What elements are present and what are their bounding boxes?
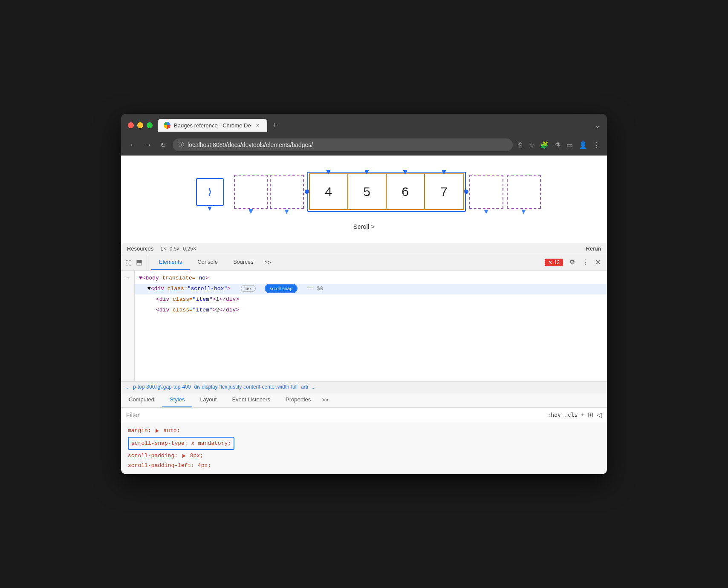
error-badge: ✕ 13 <box>545 259 563 266</box>
scroll-padding-triangle[interactable] <box>182 454 185 458</box>
margin-prop-value: auto; <box>163 427 180 434</box>
profile-icon[interactable]: 👤 <box>579 141 587 149</box>
speed-buttons: 1× 0.5× 0.25× <box>160 246 196 252</box>
add-style-rule[interactable]: + <box>581 412 584 418</box>
sidebar-menu[interactable]: ··· <box>123 274 133 281</box>
elements-panel: ··· ▼<body translate= no> ▼<div class="s… <box>121 271 607 381</box>
panel-tabs: Computed Styles Layout Event Listeners P… <box>121 392 607 408</box>
scroll-padding-left-prop: scroll-padding-left: <box>128 462 194 469</box>
margin-triangle[interactable] <box>156 429 159 433</box>
scroll-item-4: 4 <box>310 174 348 209</box>
share-icon[interactable]: ⎗ <box>518 141 522 149</box>
snap-dot-9 <box>522 210 526 214</box>
tree-scroll-box-line[interactable]: ▼<div class="scroll-box"> flex scroll-sn… <box>135 284 607 294</box>
rerun-button[interactable]: Rerun <box>586 245 601 252</box>
snap-dot-3 <box>285 210 289 214</box>
tab-computed[interactable]: Computed <box>121 392 162 407</box>
page-content: ⟩ 4 <box>121 156 607 243</box>
scroll-item-6: 6 <box>387 174 425 209</box>
extensions-icon[interactable]: 🧩 <box>540 141 549 149</box>
url-host: localhost: <box>188 141 213 148</box>
device-toolbar-icon[interactable]: ⬒ <box>136 258 142 266</box>
tab-close-button[interactable]: ✕ <box>254 122 261 129</box>
item2-indent: <div class="item">2</div> <box>156 307 239 313</box>
toggle-sidebar-icon[interactable]: ◁ <box>597 411 602 419</box>
bookmark-icon[interactable]: ☆ <box>528 141 534 149</box>
speed-1x[interactable]: 1× <box>160 246 166 252</box>
back-button[interactable]: ← <box>128 139 138 150</box>
scroll-snap-type-value: x mandatory; <box>191 440 231 447</box>
new-tab-button[interactable]: + <box>269 119 281 131</box>
scroll-snap-type-highlighted: scroll-snap-type: x mandatory; <box>128 437 234 450</box>
devtools-panel: Resources 1× 0.5× 0.25× Rerun ⬚ ⬒ Elemen… <box>121 243 607 474</box>
snap-dot-2 <box>249 210 253 214</box>
cls-button[interactable]: .cls <box>564 412 578 418</box>
hov-button[interactable]: :hov <box>548 412 561 418</box>
snap-dot-group-left <box>305 190 309 194</box>
breadcrumb-item-1[interactable]: p-top-300.lg\:gap-top-400 <box>133 384 191 390</box>
close-button[interactable] <box>128 122 134 128</box>
title-bar: Badges reference - Chrome De ✕ + ⌄ <box>121 114 607 135</box>
highlighted-group-outer: 4 5 6 7 <box>307 172 466 212</box>
reload-button[interactable]: ↻ <box>159 139 168 151</box>
lock-icon: ⓘ <box>179 141 184 149</box>
panel-more-button[interactable]: >> <box>318 397 332 403</box>
tab-layout[interactable]: Layout <box>192 392 224 407</box>
scroll-snap-badge[interactable]: scroll-snap <box>266 285 297 292</box>
tab-bar: Badges reference - Chrome De ✕ + ⌄ <box>158 119 600 132</box>
first-item-wrapper: ⟩ <box>196 178 224 206</box>
more-options-icon[interactable]: ⋮ <box>580 257 590 268</box>
traffic-lights <box>128 122 153 128</box>
menu-icon[interactable]: ⋮ <box>593 141 600 149</box>
resources-bar: Resources 1× 0.5× 0.25× Rerun <box>121 243 607 254</box>
flex-badge[interactable]: flex <box>241 285 256 292</box>
tab-properties[interactable]: Properties <box>278 392 318 407</box>
window-icon[interactable]: ▭ <box>566 141 573 149</box>
scroll-padding-left-line: scroll-padding-left: 4px; <box>128 461 600 470</box>
dollar-sign: == $0 <box>307 285 324 292</box>
devtools-actions: ⚙ ⋮ ✕ <box>567 257 603 268</box>
speed-025x[interactable]: 0.25× <box>183 246 196 252</box>
url-text: localhost:8080/docs/devtools/elements/ba… <box>188 141 313 148</box>
maximize-button[interactable] <box>147 122 153 128</box>
labs-icon[interactable]: ⚗ <box>555 141 560 149</box>
devtools-toolbar: ⬚ ⬒ Elements Console Sources >> ✕ 13 ⚙ ⋮… <box>121 254 607 271</box>
devtools-left-icons: ⬚ ⬒ <box>125 255 147 270</box>
close-devtools-icon[interactable]: ✕ <box>594 257 603 268</box>
tab-elements[interactable]: Elements <box>151 254 190 270</box>
settings-icon[interactable]: ⚙ <box>567 257 577 268</box>
elements-sidebar: ··· <box>121 271 135 381</box>
scroll-snap-type-line: scroll-snap-type: x mandatory; <box>128 436 600 451</box>
filter-label[interactable]: Filter <box>126 412 548 418</box>
tab-menu-button[interactable]: ⌄ <box>595 121 600 130</box>
highlighted-group: 4 5 6 7 <box>307 172 466 212</box>
tree-item2-line: <div class="item">2</div> <box>135 305 607 316</box>
first-scroll-item: ⟩ <box>196 178 224 206</box>
margin-prop-line: margin: auto; <box>128 426 600 435</box>
new-style-rule-icon[interactable]: ⊞ <box>588 411 593 419</box>
scroll-label: Scroll > <box>130 223 598 230</box>
inspect-element-icon[interactable]: ⬚ <box>125 258 132 266</box>
scroll-item-2 <box>234 175 268 209</box>
url-bar[interactable]: ⓘ localhost:8080/docs/devtools/elements/… <box>173 138 513 151</box>
item1-indent: <div class="item">1</div> <box>156 296 239 303</box>
scroll-item-5: 5 <box>348 174 387 209</box>
error-count: 13 <box>554 259 560 265</box>
more-tabs-button[interactable]: >> <box>261 259 274 265</box>
tab-sources[interactable]: Sources <box>225 254 261 270</box>
tab-styles[interactable]: Styles <box>162 392 192 407</box>
active-tab[interactable]: Badges reference - Chrome De ✕ <box>158 119 267 132</box>
scroll-padding-prop: scroll-padding: <box>128 453 178 459</box>
breadcrumb-dots-end[interactable]: ... <box>312 384 316 390</box>
chrome-favicon <box>164 122 170 129</box>
speed-05x[interactable]: 0.5× <box>170 246 180 252</box>
breadcrumb-item-3[interactable]: arti <box>301 384 308 390</box>
breadcrumb-dots-start[interactable]: ... <box>125 384 130 390</box>
snap-dot-8 <box>484 210 488 214</box>
breadcrumb-item-2[interactable]: div.display-flex.justify-content-center.… <box>194 384 298 390</box>
forward-button[interactable]: → <box>143 139 153 150</box>
scroll-padding-left-value: 4px; <box>198 462 211 469</box>
tab-console[interactable]: Console <box>190 254 225 270</box>
tab-event-listeners[interactable]: Event Listeners <box>224 392 278 407</box>
minimize-button[interactable] <box>137 122 143 128</box>
